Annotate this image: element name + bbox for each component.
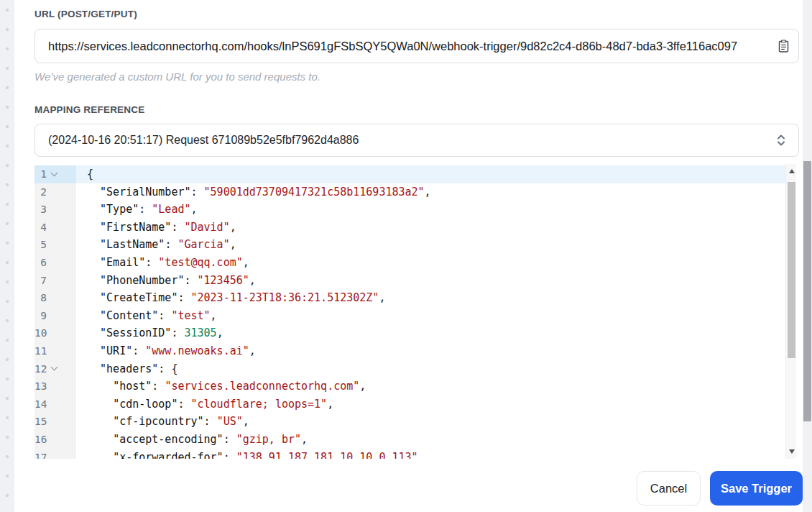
code-line: 5 "LastName": "Garcia", xyxy=(34,236,785,254)
editor-scrollbar-thumb[interactable] xyxy=(788,182,795,358)
code-line-content: "host": "services.leadconnectorhq.com", xyxy=(75,378,785,396)
mapping-reference-selected-value: (2024-10-16 20:51:17) Request 671089b52e… xyxy=(35,134,775,147)
select-up-down-chevrons-icon xyxy=(775,133,787,147)
code-editor-lines: 1{2 "SerialNumber": "59001dd73709417321c… xyxy=(34,165,785,459)
code-line: 3 "Type": "Lead", xyxy=(34,201,785,219)
code-line-content: "cdn-loop": "cloudflare; loops=1", xyxy=(75,396,785,413)
code-line: 8 "CreateTime": "2023-11-23T18:36:21.512… xyxy=(34,289,785,307)
code-line-content: "PhoneNumber": "123456", xyxy=(75,272,785,290)
line-number-gutter: 16 xyxy=(34,431,75,449)
editor-scroll-up-button[interactable] xyxy=(786,165,796,177)
code-line-content: "headers": { xyxy=(75,360,785,378)
code-line: 9 "Content": "test", xyxy=(34,307,785,325)
copy-url-button[interactable] xyxy=(774,35,793,57)
line-number-gutter: 10 xyxy=(34,324,75,342)
webhook-url-field xyxy=(34,29,799,63)
mapping-reference-label: MAPPING REFERENCE xyxy=(34,104,144,115)
editor-scrollbar[interactable] xyxy=(785,164,796,459)
webhook-url-input[interactable] xyxy=(35,40,774,53)
mapping-reference-select[interactable]: (2024-10-16 20:51:17) Request 671089b52e… xyxy=(34,124,799,157)
code-line-content: "SerialNumber": "59001dd73709417321c58b1… xyxy=(75,183,785,201)
code-line: 15 "cf-ipcountry": "US", xyxy=(34,413,785,431)
line-number-gutter: 4 xyxy=(34,219,75,237)
code-line-content: "cf-ipcountry": "US", xyxy=(75,413,785,431)
scroll-up-arrow-icon xyxy=(789,169,795,173)
line-number-gutter: 8 xyxy=(34,289,75,307)
code-line-content: "SessionID": 31305, xyxy=(75,324,785,342)
line-number-gutter: 2 xyxy=(34,183,75,201)
url-field-label: URL (POST/GET/PUT) xyxy=(34,9,137,19)
code-line: 10 "SessionID": 31305, xyxy=(34,324,785,342)
clipboard-icon xyxy=(778,40,789,52)
line-number-gutter: 15 xyxy=(34,413,75,431)
line-number-gutter: 12 xyxy=(34,360,75,378)
code-line: 13 "host": "services.leadconnectorhq.com… xyxy=(34,378,785,396)
code-line: 14 "cdn-loop": "cloudflare; loops=1", xyxy=(34,396,785,413)
code-line-content: "Email": "test@qq.com", xyxy=(75,254,785,272)
code-line-content: "Type": "Lead", xyxy=(75,201,785,219)
line-number-gutter: 6 xyxy=(34,254,75,272)
page-scrollbar-thumb[interactable] xyxy=(803,161,811,421)
line-number-gutter: 5 xyxy=(34,236,75,254)
code-line-content: "x-forwarded-for": "138.91.187.181,10.10… xyxy=(75,449,785,460)
code-line: 6 "Email": "test@qq.com", xyxy=(34,254,785,272)
code-line: 11 "URI": "www.newoaks.ai", xyxy=(34,342,785,360)
code-line-content: "CreateTime": "2023-11-23T18:36:21.51230… xyxy=(75,289,785,307)
code-line: 16 "accept-encoding": "gzip, br", xyxy=(34,431,785,449)
code-line: 12 "headers": { xyxy=(34,360,785,378)
line-number-gutter: 11 xyxy=(34,342,75,360)
save-trigger-button[interactable]: Save Trigger xyxy=(710,471,803,506)
code-line-content: "LastName": "Garcia", xyxy=(75,236,785,254)
line-number-gutter: 13 xyxy=(34,378,75,396)
code-line-content: { xyxy=(75,165,785,183)
editor-scroll-down-button[interactable] xyxy=(786,446,796,457)
fold-caret-icon[interactable] xyxy=(51,364,58,371)
footer-actions: Cancel Save Trigger xyxy=(637,471,803,506)
code-line-content: "Content": "test", xyxy=(75,307,785,325)
json-payload-code-editor[interactable]: 1{2 "SerialNumber": "59001dd73709417321c… xyxy=(34,164,796,459)
line-number-gutter: 3 xyxy=(34,201,75,219)
line-number-gutter: 14 xyxy=(34,396,75,413)
url-helper-text: We’ve generated a custom URL for you to … xyxy=(34,70,320,83)
scroll-down-arrow-icon xyxy=(789,449,795,454)
line-number-gutter: 17 xyxy=(34,449,75,460)
code-line: 7 "PhoneNumber": "123456", xyxy=(34,272,785,290)
fold-caret-icon[interactable] xyxy=(51,169,58,176)
code-line-content: "FirstName": "David", xyxy=(75,219,785,237)
page-scrollbar[interactable] xyxy=(803,0,812,512)
line-number-gutter: 7 xyxy=(34,272,75,290)
code-line-content: "accept-encoding": "gzip, br", xyxy=(75,431,785,449)
line-number-gutter: 9 xyxy=(34,307,75,325)
cancel-button[interactable]: Cancel xyxy=(637,471,701,506)
code-line: 1{ xyxy=(34,165,785,183)
code-line: 4 "FirstName": "David", xyxy=(34,219,785,237)
line-number-gutter: 1 xyxy=(34,165,75,183)
code-line-content: "URI": "www.newoaks.ai", xyxy=(75,342,785,360)
code-line: 2 "SerialNumber": "59001dd73709417321c58… xyxy=(34,183,785,201)
code-line: 17 "x-forwarded-for": "138.91.187.181,10… xyxy=(34,449,785,460)
left-dotted-strip xyxy=(0,0,14,512)
